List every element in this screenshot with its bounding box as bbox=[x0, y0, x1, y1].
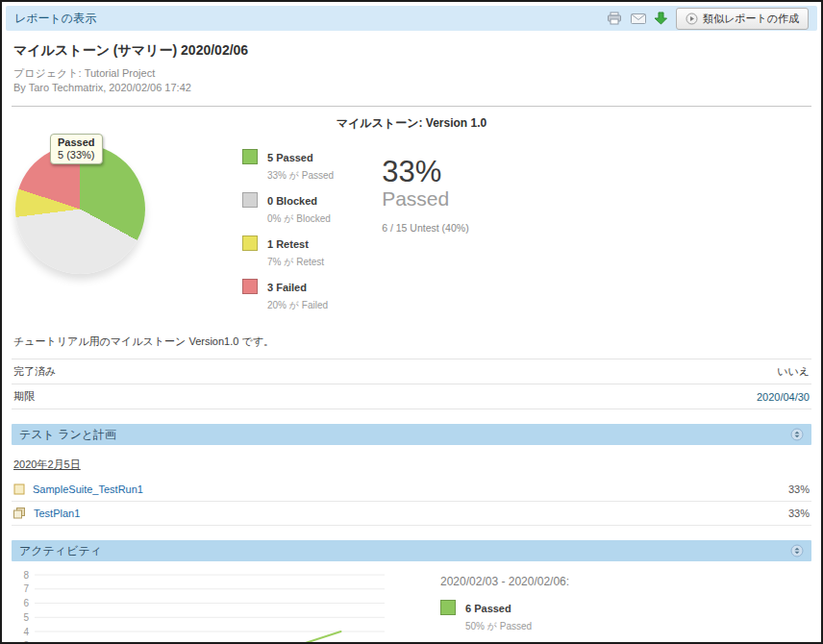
activity-date-range: 2020/02/03 - 2020/02/06: bbox=[440, 575, 569, 588]
project-line: プロジェクト: Tutorial Project bbox=[13, 66, 810, 81]
activity-legend: 2020/02/03 - 2020/02/06: 6 Passed 50% が … bbox=[440, 575, 569, 644]
legend-item-failed: 3 Failed 20% が Failed bbox=[242, 278, 334, 312]
tooltip-title: Passed bbox=[58, 136, 95, 149]
pie-chart-wrap: Passed 5 (33%) bbox=[15, 132, 162, 321]
run-group-date-link[interactable]: 2020年2月5日 bbox=[13, 458, 81, 472]
legend-count: 6 Passed bbox=[465, 603, 511, 614]
legend-count: 3 Failed bbox=[267, 282, 307, 293]
report-view-page: { "toolbar": { "title": "レポートの表示", "crea… bbox=[0, 0, 823, 644]
create-similar-report-button[interactable]: 類似レポートの作成 bbox=[676, 8, 809, 30]
test-run-icon bbox=[13, 483, 25, 495]
milestone-details-table: 完了済み いいえ 期限 2020/04/30 bbox=[12, 359, 811, 409]
row-label: 期限 bbox=[12, 384, 371, 409]
section-activity: アクティビティ bbox=[12, 540, 811, 561]
row-label: 完了済み bbox=[12, 359, 371, 384]
table-row: 完了済み いいえ bbox=[12, 359, 811, 384]
failed-swatch bbox=[242, 279, 258, 294]
create-similar-report-label: 類似レポートの作成 bbox=[703, 12, 799, 26]
svg-text:6: 6 bbox=[23, 598, 29, 608]
legend-sub: 7% が Retest bbox=[267, 257, 324, 267]
report-title: マイルストーン (サマリー) 2020/02/06 bbox=[13, 42, 810, 60]
legend-count: 5 Passed bbox=[267, 152, 313, 163]
toolbar: レポートの表示 類似レポートの作成 bbox=[6, 6, 817, 31]
byline: By Taro Techmatrix, 2020/02/06 17:42 bbox=[13, 81, 810, 95]
mail-icon[interactable] bbox=[631, 13, 646, 24]
svg-text:8: 8 bbox=[23, 570, 29, 581]
milestone-heading: マイルストーン: Version 1.0 bbox=[12, 115, 811, 132]
run-report-icon bbox=[686, 12, 698, 25]
section-title: アクティビティ bbox=[19, 543, 102, 559]
legend-item-retest: 1 Retest 7% が Retest bbox=[242, 235, 334, 269]
row-value: いいえ bbox=[371, 359, 811, 384]
legend-sub: 33% が Passed bbox=[267, 170, 334, 181]
svg-text:5: 5 bbox=[23, 612, 29, 623]
retest-swatch bbox=[242, 235, 258, 251]
passed-swatch bbox=[440, 600, 456, 615]
test-plan-row: TestPlan1 33% bbox=[12, 502, 811, 526]
test-plan-link[interactable]: TestPlan1 bbox=[34, 508, 80, 519]
header-divider bbox=[12, 106, 811, 107]
milestone-description: チュートリアル用のマイルストーン Version1.0 です。 bbox=[13, 334, 810, 349]
big-percent-label: Passed bbox=[382, 187, 468, 211]
collapse-section-icon[interactable] bbox=[790, 544, 804, 557]
legend-sub: 20% が Failed bbox=[267, 300, 328, 310]
big-stat: 33% Passed 6 / 15 Untest (40%) bbox=[382, 157, 468, 321]
blocked-swatch bbox=[242, 192, 258, 208]
download-icon[interactable] bbox=[655, 12, 667, 25]
section-test-runs: テスト ランと計画 bbox=[12, 424, 811, 445]
svg-text:7: 7 bbox=[23, 583, 29, 594]
test-run-row: SampleSuite_TestRun1 33% bbox=[12, 478, 811, 502]
collapse-section-icon[interactable] bbox=[790, 428, 804, 441]
summary-legend: 5 Passed 33% が Passed 0 Blocked 0% が Blo… bbox=[242, 148, 334, 321]
big-percent: 33% bbox=[382, 157, 468, 187]
legend-sub: 0% が Blocked bbox=[267, 213, 331, 224]
test-run-link[interactable]: SampleSuite_TestRun1 bbox=[33, 483, 143, 495]
legend-item-blocked: 0 Blocked 0% が Blocked bbox=[242, 191, 334, 226]
run-percent: 33% bbox=[788, 483, 810, 495]
passed-swatch bbox=[242, 149, 258, 164]
print-icon[interactable] bbox=[607, 12, 622, 25]
legend-count: 0 Blocked bbox=[267, 195, 317, 207]
summary-block: Passed 5 (33%) 5 Passed 33% が Passed 0 B… bbox=[12, 132, 811, 321]
svg-text:3: 3 bbox=[23, 640, 29, 644]
activity-block: 0123456782/32/42/52/6 2020/02/03 - 2020/… bbox=[12, 569, 811, 644]
legend-count: 1 Retest bbox=[267, 238, 309, 250]
page-title: レポートの表示 bbox=[14, 11, 96, 27]
table-row: 期限 2020/04/30 bbox=[12, 384, 811, 409]
row-value: 2020/04/30 bbox=[371, 384, 811, 409]
report-content: マイルストーン (サマリー) 2020/02/06 プロジェクト: Tutori… bbox=[6, 42, 817, 644]
legend-sub: 50% が Passed bbox=[465, 621, 532, 632]
legend-item-passed: 5 Passed 33% が Passed bbox=[242, 148, 334, 183]
svg-text:4: 4 bbox=[23, 627, 29, 637]
legend-item-passed: 6 Passed 50% が Passed bbox=[440, 599, 569, 633]
activity-line-chart[interactable]: 0123456782/32/42/52/6 bbox=[12, 569, 396, 644]
untested-line: 6 / 15 Untest (40%) bbox=[382, 222, 468, 234]
run-percent: 33% bbox=[788, 508, 810, 519]
toolbar-actions: 類似レポートの作成 bbox=[607, 8, 809, 30]
section-title: テスト ランと計画 bbox=[19, 427, 116, 443]
pie-tooltip: Passed 5 (33%) bbox=[50, 134, 103, 164]
test-plan-icon bbox=[13, 508, 26, 519]
tooltip-value: 5 (33%) bbox=[58, 149, 95, 161]
